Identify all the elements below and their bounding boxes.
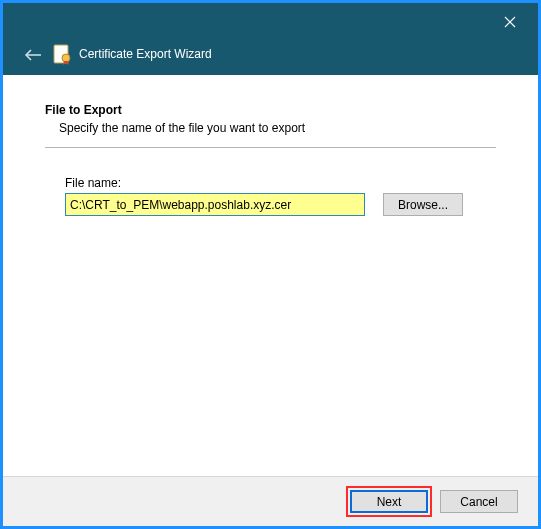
certificate-icon <box>51 43 73 65</box>
section-subtitle: Specify the name of the file you want to… <box>45 121 496 135</box>
next-highlight: Next <box>346 486 432 517</box>
divider <box>45 147 496 148</box>
wizard-footer: Next Cancel <box>3 476 538 526</box>
next-button[interactable]: Next <box>350 490 428 513</box>
file-label: File name: <box>65 176 476 190</box>
back-button[interactable] <box>21 45 45 65</box>
file-name-input[interactable] <box>65 193 365 216</box>
wizard-header: Certificate Export Wizard <box>3 3 538 75</box>
wizard-title: Certificate Export Wizard <box>79 47 212 61</box>
file-field-area: File name: Browse... <box>65 176 476 216</box>
file-row: Browse... <box>65 193 476 216</box>
back-arrow-icon <box>24 48 42 62</box>
close-button[interactable] <box>496 11 524 33</box>
svg-point-4 <box>62 54 70 62</box>
section-title: File to Export <box>45 103 496 117</box>
cancel-button[interactable]: Cancel <box>440 490 518 513</box>
wizard-content: File to Export Specify the name of the f… <box>3 75 538 216</box>
browse-button[interactable]: Browse... <box>383 193 463 216</box>
close-icon <box>504 16 516 28</box>
